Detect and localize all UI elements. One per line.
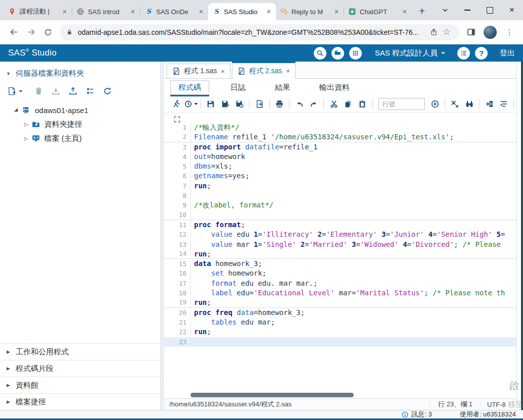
tab-close-icon[interactable]: × [62,8,68,15]
expanded-node-icon[interactable] [14,108,18,112]
run-button[interactable] [169,97,183,111]
tab-close-icon[interactable]: × [130,8,136,15]
sidebar-section-資料館[interactable]: ▶資料館 [0,377,160,393]
close-window-button[interactable]: × [501,0,523,20]
browser-tab[interactable]: Reply to M× [276,3,344,20]
code-text[interactable]: run; [191,327,516,337]
tab-close-icon[interactable]: × [334,8,340,15]
code-line-7[interactable]: 7run; [164,181,516,191]
browser-tab[interactable]: SAS introd× [72,3,140,20]
new-file-button[interactable] [7,86,23,96]
browser-tab[interactable]: SAS OnDe× [140,3,208,20]
redo-button[interactable] [307,97,321,111]
browser-menu-button[interactable]: ⋮ [501,24,518,41]
collapsed-node-icon[interactable]: ▷ [24,136,28,141]
code-line-2[interactable]: 2Filename refile_1 '/home/u63518324/sasu… [164,132,516,142]
code-line-16[interactable]: 16 set homework; [164,269,516,278]
cut-button[interactable] [326,97,341,111]
code-text[interactable]: data homework_3; [191,259,516,269]
code-line-9[interactable]: 9/*改label, format*/ [164,200,516,210]
code-line-20[interactable]: 20proc freq data=homework_3; [164,308,516,318]
logout-button[interactable]: 登出 [500,48,515,58]
code-line-8[interactable]: 8 [164,191,516,200]
share-button[interactable] [427,26,440,39]
tab-search-chevron-button[interactable] [434,0,456,20]
print-button[interactable] [272,97,287,111]
url-text[interactable]: odamid-apse1.oda.sas.com/SASStudio/main?… [78,28,427,36]
goto-line-input[interactable] [378,98,425,110]
apps-button[interactable] [349,47,362,60]
new-tab-button[interactable]: + [415,4,429,18]
omnibox[interactable]: odamid-apse1.oda.sas.com/SASStudio/main?… [60,24,459,40]
code-line-18[interactable]: 18 label edu='Educational Level' mar='Ma… [164,288,516,298]
code-text[interactable]: out=homework [191,152,516,162]
view-tab-3[interactable]: 結果 [267,80,298,95]
paste-button[interactable] [355,97,369,111]
browser-tab[interactable]: 課程活動 |× [4,3,72,20]
code-text[interactable]: /*改label, format*/ [191,200,516,210]
code-line-17[interactable]: 17 format edu edu. mar mar.; [164,279,516,288]
view-tab-1[interactable]: 程式碼 [170,80,209,95]
code-line-19[interactable]: 19run; [164,298,516,307]
view-tab-2[interactable]: 日誌 [222,80,254,95]
refresh-button[interactable] [103,86,112,96]
code-text[interactable]: proc freq data=homework_3; [191,308,516,318]
tab-close-icon[interactable]: × [198,8,204,15]
forward-button[interactable] [22,24,39,41]
code-text[interactable]: proc format; [191,220,516,230]
sidebar-section-程式碼片段[interactable]: ▶程式碼片段 [0,360,160,377]
side-panel-button[interactable] [462,24,480,41]
tree-node[interactable]: ▷資料夾捷徑 [0,117,160,131]
upload-button[interactable] [68,86,78,96]
code-text[interactable] [191,337,516,347]
browser-tab[interactable]: SAS Studio× [208,3,276,20]
code-text[interactable]: run; [191,181,516,191]
document-tab[interactable]: 程式 1.sas× [167,64,230,78]
code-text[interactable]: tables edu mar; [191,318,516,327]
format-button[interactable] [497,97,511,111]
find-button[interactable] [462,97,477,111]
saveall-button[interactable] [232,97,247,111]
code-text[interactable]: run; [191,298,516,307]
code-line-13[interactable]: 13 value mar 1='Single' 2='Married' 3='W… [164,240,516,249]
code-text[interactable]: proc import datafile=refile_1 [191,142,516,152]
messages-status[interactable]: 訊息: 3 [401,410,432,419]
horizontal-scrollbar[interactable] [191,393,511,397]
tab-close-icon[interactable]: × [402,8,408,15]
code-line-22[interactable]: 22run; [164,327,516,337]
code-line-15[interactable]: 15data homework_3; [164,259,516,269]
document-tab[interactable]: 程式 2.sas× [232,62,296,79]
bookmark-button[interactable]: ☆ [440,26,453,39]
code-text[interactable]: set homework; [191,269,516,278]
code-line-12[interactable]: 12 value edu 1='Illiteracy' 2='Elementar… [164,230,516,239]
sidebar-section-工作和公用程式[interactable]: ▶工作和公用程式 [0,343,160,360]
options-menu-button[interactable] [457,47,470,60]
profile-avatar[interactable] [484,26,497,39]
trash-button[interactable] [34,86,43,96]
tab-close-icon[interactable]: × [266,8,272,15]
code-text[interactable]: dbms=xls; [191,162,516,171]
copy-button[interactable] [341,97,355,111]
code-text[interactable]: getnames=yes; [191,171,516,181]
saveas-button[interactable] [218,97,232,111]
help-button[interactable]: ? [475,47,488,60]
download-button[interactable] [51,86,61,96]
search-button[interactable] [314,47,326,60]
export-button[interactable] [252,97,266,111]
code-text[interactable]: value edu 1='Illiteracy' 2='Elementary' … [191,230,516,239]
reload-button[interactable] [39,24,57,41]
code-text[interactable]: value mar 1='Single' 2='Married' 3='Wido… [191,240,516,249]
tab-close-icon[interactable]: × [286,67,290,75]
code-text[interactable] [191,211,516,220]
code-line-21[interactable]: 21 tables edu mar; [164,318,516,327]
undo-button[interactable] [292,97,306,111]
tree-node-server[interactable]: odaws01-apse1 [0,103,160,117]
code-area[interactable]: 1/*輸入資料*/2Filename refile_1 '/home/u6351… [164,123,516,347]
go-button[interactable] [428,97,442,111]
save-button[interactable] [204,97,218,111]
scrollbar-thumb[interactable] [191,393,354,397]
minimize-button[interactable] [456,0,479,20]
back-button[interactable] [5,24,22,41]
code-line-4[interactable]: 4out=homework [164,152,516,162]
code-text[interactable]: /*輸入資料*/ [191,123,516,132]
